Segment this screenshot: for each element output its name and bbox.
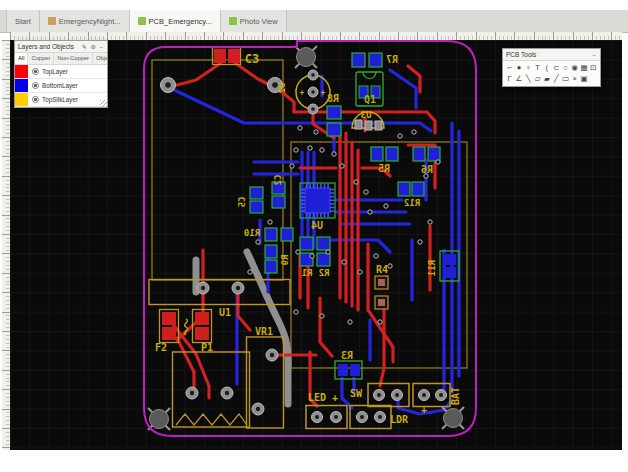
layer-visibility-eye-icon[interactable]	[32, 82, 39, 89]
rect-tool[interactable]: ▭	[561, 73, 570, 84]
layer-visibility-eye-icon[interactable]	[32, 96, 39, 103]
silk-label: BAT	[450, 387, 461, 405]
layers-tab-non-copper[interactable]: Non-Copper	[54, 53, 93, 64]
tab-pcb-emergency[interactable]: PCB_Emergency...	[130, 10, 221, 32]
silk-label: Q1	[364, 94, 376, 105]
solid-region-tool[interactable]: ▰	[542, 73, 551, 84]
arc-tool[interactable]: (	[542, 62, 551, 73]
silk-label: U3	[361, 110, 372, 120]
pcb-tools-collapse-icon[interactable]: −	[592, 52, 597, 58]
silk-label: R2	[319, 268, 330, 278]
silk-label: C2	[273, 175, 283, 186]
silk-label: C5	[237, 197, 247, 208]
layer-name: TopLayer	[42, 68, 68, 75]
silk-label: R11	[427, 260, 437, 276]
tab-label: Start	[15, 17, 31, 26]
silk-label: LDR	[390, 414, 409, 425]
circle-tool[interactable]: ○	[561, 62, 570, 73]
tab-label: EmergencyNight...	[59, 17, 121, 26]
silk-label: R4	[376, 264, 388, 275]
line2-tool[interactable]: ╱	[552, 73, 561, 84]
tab-start[interactable]: Start	[6, 10, 40, 32]
layer-row-topsilklayer[interactable]: TopSilkLayer	[15, 93, 107, 107]
tab-label: Photo View	[240, 17, 278, 26]
silk-label: +	[300, 88, 305, 97]
line-tool[interactable]: ╲	[524, 73, 533, 84]
pcb-tools-grid: ⌐●♀T(⊂○◉▦⊡Γ∠╲▱▰╱▭×▣	[503, 61, 600, 85]
layer-row-toplayer[interactable]: TopLayer	[15, 65, 107, 79]
layer-color-swatch[interactable]	[15, 93, 28, 106]
silk-label: VR1	[255, 326, 273, 337]
silk-label: R1	[302, 268, 313, 278]
track-tool[interactable]: ⌐	[505, 62, 514, 73]
layer-color-swatch[interactable]	[15, 65, 28, 78]
arc-center-tool[interactable]: ⊂	[552, 62, 561, 73]
image-tool[interactable]: ▦	[579, 62, 588, 73]
dimension-tool[interactable]: ⊡	[589, 62, 598, 73]
layers-tab-object[interactable]: Object	[93, 53, 108, 64]
pcb-tools-title: PCB Tools	[506, 51, 536, 58]
tab-photo-view[interactable]: Photo View	[221, 10, 287, 32]
tab-label: PCB_Emergency...	[149, 17, 212, 26]
layer-row-bottomsilklayer[interactable]: BottomSilkLayer	[15, 107, 107, 108]
layers-tab-copper[interactable]: Copper	[28, 53, 54, 64]
connect-pad-tool[interactable]: ▣	[579, 73, 588, 84]
horizontal-ruler	[10, 32, 622, 40]
layer-name: BottomLayer	[42, 82, 78, 89]
layers-list: TopLayerBottomLayerTopSilkLayerBottomSil…	[15, 65, 107, 108]
document-tabbar: StartEmergencyNight...PCB_Emergency...Ph…	[0, 10, 628, 33]
silk-label: C3	[245, 52, 259, 66]
silk-label: R3	[341, 350, 353, 361]
silk-label: +	[421, 404, 427, 415]
protractor-tool[interactable]: ∠	[514, 73, 523, 84]
ruler-corner	[2, 32, 10, 40]
silk-label: U1	[219, 307, 231, 318]
layer-name: TopSilkLayer	[42, 96, 78, 103]
layers-panel-header-icons[interactable]: ✎ ⚙ −	[82, 43, 104, 50]
file-icon	[48, 17, 56, 25]
tab-emergencynight[interactable]: EmergencyNight...	[40, 10, 130, 32]
delete-tool[interactable]: ×	[570, 73, 579, 84]
via-tool[interactable]: ♀	[524, 62, 533, 73]
pcb-file-icon	[138, 17, 146, 25]
silk-label: R10	[244, 228, 260, 238]
layers-tab-all[interactable]: All	[15, 53, 28, 64]
silk-label: R6	[421, 164, 433, 175]
copper-area-tool[interactable]: ▱	[533, 73, 542, 84]
layer-row-bottomlayer[interactable]: BottomLayer	[15, 79, 107, 93]
silk-label: R9	[280, 255, 290, 266]
text-tool[interactable]: T	[533, 62, 542, 73]
layer-color-swatch[interactable]	[15, 79, 28, 92]
layer-color-swatch[interactable]	[15, 107, 28, 108]
silk-label: U2	[277, 83, 287, 94]
silk-label: P1	[201, 342, 213, 353]
layers-panel-title: Layers and Objects	[18, 43, 74, 50]
vertical-ruler	[2, 40, 10, 450]
pad-tool[interactable]: ●	[514, 62, 523, 73]
layers-panel-tabs: AllCopperNon-CopperObject	[15, 53, 107, 65]
photo-view-icon	[229, 17, 237, 25]
silk-label: U4	[311, 220, 323, 231]
layers-objects-panel: Layers and Objects ✎ ⚙ − AllCopperNon-Co…	[14, 40, 108, 108]
panel-resize-grip[interactable]	[100, 100, 107, 107]
silk-label: R5	[378, 163, 390, 174]
canvas-origin-tool[interactable]: Γ	[505, 73, 514, 84]
silk-label: R12	[404, 198, 420, 208]
hole-tool[interactable]: ◉	[570, 62, 579, 73]
silk-label: F2	[155, 342, 167, 353]
layer-visibility-eye-icon[interactable]	[32, 68, 39, 75]
silk-label: R8	[327, 93, 339, 104]
pcb-tools-panel: PCB Tools − ⌐●♀T(⊂○◉▦⊡Γ∠╲▱▰╱▭×▣	[502, 48, 601, 87]
silk-label: R7	[386, 54, 398, 65]
silk-label: SW	[350, 388, 363, 399]
silk-label: LED +	[308, 392, 338, 403]
silk-label: +	[321, 88, 326, 97]
